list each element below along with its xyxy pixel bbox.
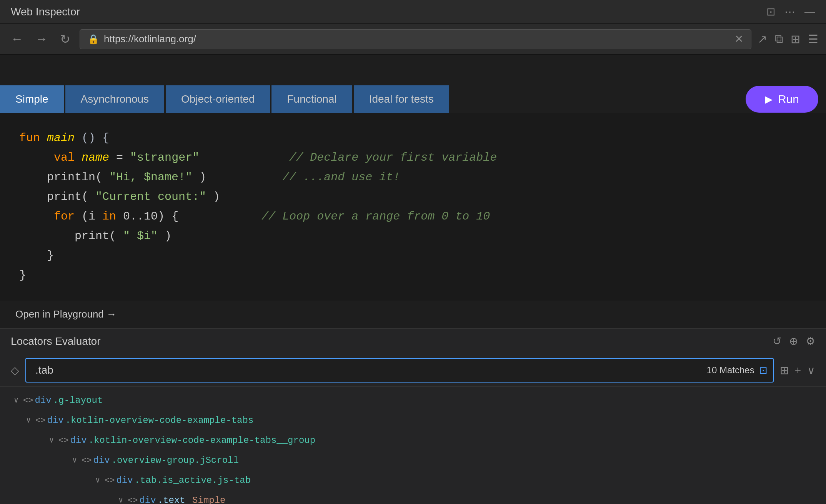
menu-icon[interactable]: ☰ — [808, 32, 818, 46]
tree-code-icon: <> — [128, 494, 138, 504]
search-right-icons: ⊞ + ∨ — [780, 364, 815, 377]
code-line-7: } — [19, 246, 807, 266]
minimize-icon[interactable]: ⊡ — [766, 5, 775, 18]
search-input-wrapper: 10 Matches ⊡ — [25, 358, 774, 383]
locators-title: Locators Evaluator — [11, 335, 100, 348]
tree-toggle[interactable]: ∨ — [92, 475, 103, 486]
open-playground-link[interactable]: Open in Playground → — [0, 301, 826, 328]
search-bar-row: ◇ 10 Matches ⊡ ⊞ + ∨ — [0, 354, 826, 387]
tree-tag: div — [139, 494, 156, 504]
record-icon[interactable]: ⊕ — [789, 335, 798, 348]
tree-toggle[interactable]: ∨ — [23, 415, 34, 426]
tree-code-icon: <> — [35, 414, 45, 427]
locator-type-button[interactable]: ◇ — [11, 364, 19, 377]
share-icon[interactable]: ↗ — [758, 32, 767, 46]
tree-code-icon: <> — [23, 394, 33, 407]
url-text: https://kotlinlang.org/ — [104, 33, 196, 45]
tabs-bar: Simple Asynchronous Object-oriented Func… — [0, 85, 826, 113]
tree-toggle[interactable]: ∨ — [46, 435, 57, 446]
tree-section: ∨ <> div .g-layout ∨ <> div .kotlin-over… — [0, 387, 826, 504]
titlebar: Web Inspector ⊡ ⋯ — — [0, 0, 826, 24]
code-line-3: println( "Hi, $name!" ) // ...and use it… — [19, 168, 807, 187]
tree-class: .text — [158, 494, 185, 504]
tree-tag: div — [93, 454, 110, 467]
add-tab-icon[interactable]: ⊞ — [791, 32, 800, 46]
fn-main: main — [47, 131, 75, 145]
tab-ideal-for-tests[interactable]: Ideal for tests — [354, 85, 449, 113]
forward-button[interactable]: → — [32, 29, 51, 49]
tree-code-icon: <> — [82, 454, 92, 467]
navbar: ← → ↻ 🔒 https://kotlinlang.org/ ✕ ↗ ⧉ ⊞ … — [0, 24, 826, 55]
locators-icons: ↺ ⊕ ⚙ — [773, 335, 815, 348]
tree-class: .overview-group.jScroll — [112, 454, 239, 467]
locators-section: Locators Evaluator ↺ ⊕ ⚙ ◇ 10 Matches ⊡ … — [0, 328, 826, 504]
copy-icon[interactable]: ⊞ — [780, 364, 789, 377]
tree-tag: div — [70, 434, 87, 447]
tree-toggle[interactable]: ∨ — [69, 455, 80, 466]
run-icon: ▶ — [765, 93, 773, 105]
tree-row: ∨ <> div .tab.is_active.js-tab — [0, 471, 826, 491]
matches-badge: 10 Matches ⊡ — [707, 364, 768, 376]
url-bar[interactable]: 🔒 https://kotlinlang.org/ ✕ — [80, 29, 751, 49]
tree-row: ∨ <> div .text Simple — [0, 491, 826, 504]
locators-header: Locators Evaluator ↺ ⊕ ⚙ — [0, 329, 826, 354]
page-spacer — [0, 55, 826, 85]
code-line-8: } — [19, 266, 807, 285]
titlebar-title: Web Inspector — [11, 6, 80, 18]
tab-asynchronous[interactable]: Asynchronous — [65, 85, 164, 113]
tree-tag: div — [116, 474, 133, 487]
tree-class: .kotlin-overview-code-example-tabs — [65, 414, 254, 427]
locator-search-input[interactable] — [25, 358, 774, 383]
url-clear-icon[interactable]: ✕ — [734, 33, 743, 45]
tree-toggle[interactable]: ∨ — [115, 495, 126, 504]
settings-icon[interactable]: ⚙ — [806, 335, 815, 348]
tree-class: .kotlin-overview-code-example-tabs__grou… — [88, 434, 316, 447]
matches-count: 10 Matches — [707, 365, 754, 376]
code-line-5: for (i in 0..10) { // Loop over a range … — [19, 207, 807, 226]
nav-extra-icons: ↗ ⧉ ⊞ ☰ — [758, 32, 818, 46]
tab-functional[interactable]: Functional — [271, 85, 352, 113]
refresh-locators-icon[interactable]: ↺ — [773, 335, 781, 348]
tree-tag: div — [35, 394, 51, 408]
tree-code-icon: <> — [105, 474, 115, 487]
tab-simple[interactable]: Simple — [0, 85, 64, 113]
more-icon[interactable]: ⋯ — [784, 5, 795, 18]
tab-object-oriented[interactable]: Object-oriented — [166, 85, 270, 113]
tree-row: ∨ <> div .g-layout — [0, 391, 826, 411]
tree-text-value: Simple — [187, 494, 226, 504]
run-label: Run — [778, 93, 799, 106]
add-locator-icon[interactable]: + — [795, 364, 801, 376]
tree-tag: div — [47, 414, 63, 427]
tree-toggle[interactable]: ∨ — [11, 395, 22, 406]
close-icon[interactable]: — — [804, 6, 815, 18]
tree-row: ∨ <> div .overview-group.jScroll — [0, 451, 826, 471]
code-line-6: print( " $i" ) — [19, 226, 807, 246]
code-block: fun main () { val name = "stranger" // D… — [0, 113, 826, 301]
kw-val: val — [54, 151, 75, 164]
titlebar-controls: ⊡ ⋯ — — [766, 5, 815, 18]
tree-class: .tab.is_active.js-tab — [135, 474, 251, 487]
code-line-1: fun main () { — [19, 128, 807, 148]
lock-icon: 🔒 — [88, 34, 99, 45]
back-button[interactable]: ← — [8, 29, 26, 49]
tabs-icon[interactable]: ⧉ — [775, 32, 783, 46]
tree-class: .g-layout — [53, 394, 103, 408]
code-line-4: print( "Current count:" ) — [19, 187, 807, 207]
run-button[interactable]: ▶ Run — [746, 86, 818, 113]
tree-row: ∨ <> div .kotlin-overview-code-example-t… — [0, 431, 826, 451]
tree-code-icon: <> — [58, 434, 68, 447]
code-line-2: val name = "stranger" // Declare your fi… — [19, 148, 807, 168]
tree-row: ∨ <> div .kotlin-overview-code-example-t… — [0, 411, 826, 431]
kw-fun: fun — [19, 131, 40, 145]
matches-icon: ⊡ — [759, 364, 768, 376]
expand-icon[interactable]: ∨ — [807, 364, 815, 377]
refresh-button[interactable]: ↻ — [57, 29, 73, 50]
